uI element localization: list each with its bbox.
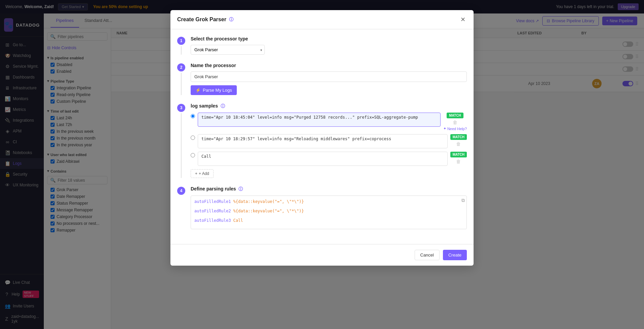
plus-icon: + bbox=[195, 171, 197, 176]
log-sample-actions-3: MATCH 🗑 bbox=[450, 152, 467, 164]
log-sample-input-2[interactable]: time="Apr 10 18:29:57" level=info msg="R… bbox=[198, 134, 448, 148]
step-1-content: Select the processor type Grok Parser Da… bbox=[191, 36, 467, 55]
parsing-rules-help-icon[interactable]: ⓘ bbox=[238, 186, 243, 191]
step-1-number: 1 bbox=[177, 37, 185, 45]
match-badge-3: MATCH bbox=[450, 152, 467, 157]
step-1-section: 1 Select the processor type Grok Parser … bbox=[177, 36, 467, 55]
rules-container: autoFilledRule1 %{data::keyvalue("=", \"… bbox=[191, 196, 467, 229]
rule-line-3: autoFilledRule3 Call bbox=[194, 218, 463, 223]
delete-sample-2-icon[interactable]: 🗑 bbox=[456, 141, 461, 147]
step-3-number: 3 bbox=[177, 104, 185, 112]
step-3-section: 3 log samples ⓘ time="Apr 10 18:45:04" l… bbox=[177, 103, 467, 178]
parse-my-logs-button[interactable]: ⚡ Parse My Logs bbox=[191, 85, 237, 95]
log-sample-input-1[interactable]: time="Apr 10 18:45:04" level=info msg="P… bbox=[198, 113, 441, 127]
copy-rules-icon[interactable]: ⧉ bbox=[461, 198, 465, 203]
rule-line-1: autoFilledRule1 %{data::keyvalue("=", \"… bbox=[194, 199, 463, 204]
step-2-content: Name the processor ⚡ Parse My Logs bbox=[191, 63, 467, 95]
modal-body: 1 Select the processor type Grok Parser … bbox=[170, 29, 474, 244]
parse-icon: ⚡ bbox=[195, 88, 201, 93]
log-sample-actions-2: MATCH 🗑 bbox=[450, 134, 467, 147]
create-grok-parser-modal: Create Grok Parser ⓘ ✕ 1 Select the proc… bbox=[170, 10, 474, 266]
wand-icon: ✦ bbox=[443, 126, 446, 131]
modal-overlay: Create Grok Parser ⓘ ✕ 1 Select the proc… bbox=[0, 0, 644, 329]
modal-title: Create Grok Parser ⓘ bbox=[177, 17, 233, 23]
step-2-number: 2 bbox=[177, 63, 185, 71]
modal-header: Create Grok Parser ⓘ ✕ bbox=[170, 10, 474, 29]
log-sample-radio-3[interactable] bbox=[191, 153, 195, 157]
need-help-link[interactable]: ✦ Need Help? bbox=[443, 126, 467, 131]
rule-line-2: autoFilledRule2 %{data::keyvalue("=", \"… bbox=[194, 209, 463, 213]
log-sample-radio-1[interactable] bbox=[191, 114, 195, 118]
step-4-number: 4 bbox=[177, 187, 185, 195]
step-2-label: Name the processor bbox=[191, 63, 467, 68]
step-4-section: 4 Define parsing rules ⓘ autoFilledRule1… bbox=[177, 186, 467, 229]
processor-type-select[interactable]: Grok Parser Date Remapper Status Remappe… bbox=[191, 45, 265, 55]
step-1-label: Select the processor type bbox=[191, 36, 467, 41]
step-3-label: log samples ⓘ bbox=[191, 103, 467, 109]
match-badge-2: MATCH bbox=[450, 134, 467, 140]
step-3-content: log samples ⓘ time="Apr 10 18:45:04" lev… bbox=[191, 103, 467, 178]
cancel-button[interactable]: Cancel bbox=[415, 250, 440, 260]
log-sample-row-2: time="Apr 10 18:29:57" level=info msg="R… bbox=[191, 134, 467, 148]
log-sample-row-3: Call MATCH 🗑 bbox=[191, 152, 467, 166]
add-sample-button[interactable]: + + Add bbox=[191, 169, 214, 178]
step-4-label: Define parsing rules ⓘ bbox=[191, 186, 467, 192]
modal-footer: Cancel Create bbox=[170, 244, 474, 266]
parsing-rules-textarea[interactable]: autoFilledRule1 %{data::keyvalue("=", \"… bbox=[191, 196, 467, 229]
log-sample-row-1: time="Apr 10 18:45:04" level=info msg="P… bbox=[191, 113, 467, 131]
step-4-content: Define parsing rules ⓘ autoFilledRule1 %… bbox=[191, 186, 467, 229]
log-sample-actions-1: MATCH 🗑 ✦ Need Help? bbox=[443, 113, 467, 131]
create-button[interactable]: Create bbox=[443, 250, 467, 260]
log-samples-help-icon[interactable]: ⓘ bbox=[221, 103, 225, 109]
delete-sample-1-icon[interactable]: 🗑 bbox=[453, 120, 457, 125]
processor-name-input[interactable] bbox=[191, 71, 467, 82]
delete-sample-3-icon[interactable]: 🗑 bbox=[456, 159, 461, 164]
log-sample-radio-2[interactable] bbox=[191, 136, 195, 140]
processor-type-select-wrapper: Grok Parser Date Remapper Status Remappe… bbox=[191, 45, 265, 55]
modal-help-icon[interactable]: ⓘ bbox=[229, 17, 233, 23]
log-sample-input-3[interactable]: Call bbox=[198, 152, 448, 166]
match-badge-1: MATCH bbox=[447, 113, 463, 118]
step-2-section: 2 Name the processor ⚡ Parse My Logs bbox=[177, 63, 467, 95]
modal-close-button[interactable]: ✕ bbox=[459, 16, 467, 24]
